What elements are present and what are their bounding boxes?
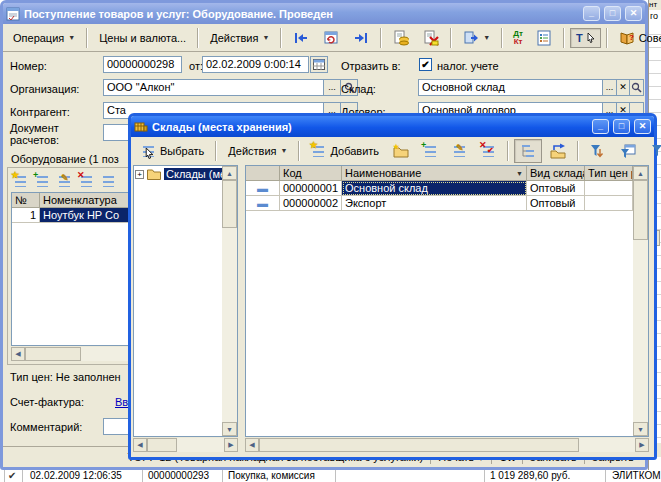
tree-vscrollbar[interactable]: ▲ ▼ (222, 166, 237, 436)
dialog-maximize-button[interactable]: □ (613, 119, 630, 134)
input-by-template-button[interactable]: Т (570, 28, 601, 48)
t-letter: Т (576, 32, 583, 44)
calendar-icon (313, 59, 325, 70)
select-button[interactable]: Выбрать (135, 140, 210, 162)
icon-column-header[interactable] (246, 166, 280, 181)
maximize-button[interactable]: □ (604, 6, 621, 21)
minimize-button[interactable]: _ (583, 6, 600, 21)
code-column-header[interactable]: Код (280, 166, 342, 181)
tab-equipment[interactable]: Оборудование (1 поз (11, 153, 119, 165)
scroll-down-button[interactable]: ▼ (222, 422, 237, 436)
grid-more-button[interactable] (99, 171, 118, 190)
scroll-up-button[interactable]: ▲ (633, 166, 648, 180)
journal-separator (484, 470, 485, 482)
toolbar-separator (380, 28, 382, 48)
prices-currency-button[interactable]: Цены и валюта... (93, 28, 192, 48)
post-document-button[interactable] (387, 26, 415, 50)
move-to-group-button[interactable] (544, 139, 572, 163)
create-on-basis-button[interactable]: ▼ (457, 26, 496, 50)
next-document-button[interactable] (347, 26, 375, 50)
dialog-close-button[interactable]: ✕ (634, 119, 651, 134)
scroll-thumb[interactable] (222, 180, 237, 228)
tree-expand-icon[interactable]: + (135, 170, 144, 179)
scroll-right-button[interactable]: ▶ (224, 438, 238, 452)
dialog-minimize-button[interactable]: _ (592, 119, 609, 134)
advices-button[interactable]: ? Советы (613, 26, 661, 50)
main-titlebar[interactable]: Поступление товаров и услуг: Оборудовани… (3, 3, 645, 24)
unpost-document-button[interactable] (417, 26, 445, 50)
scroll-thumb[interactable] (259, 438, 579, 452)
table-vscrollbar[interactable]: ▲ ▼ (633, 166, 648, 436)
num-column-header[interactable]: № (12, 193, 40, 208)
document-structure-button[interactable] (530, 26, 558, 50)
background-header-fragment: нт (649, 0, 661, 10)
edit-icon: ✎ (452, 144, 467, 158)
kind-column-header[interactable]: Вид склада (527, 166, 585, 181)
hierarchical-view-button[interactable] (514, 139, 542, 163)
organization-select-button[interactable]: ... (323, 79, 341, 96)
main-toolbar: Операция ▼ Цены и валюта... Действия ▼ (3, 24, 645, 52)
scroll-thumb[interactable] (633, 180, 648, 240)
scroll-left-button[interactable]: ◀ (245, 438, 259, 452)
refresh-document-button[interactable] (317, 26, 345, 50)
name-column-header[interactable]: Наименование ▼ (342, 166, 527, 181)
add-button[interactable]: ★ Добавить (305, 140, 385, 162)
toolbar-separator (86, 28, 88, 48)
toolbar-separator (507, 141, 509, 161)
add-icon: ★ (311, 144, 326, 158)
grid-add-button[interactable]: ★ (11, 171, 30, 190)
dialog-actions-button[interactable]: Действия ▼ (222, 141, 293, 161)
svg-text:★: ★ (393, 143, 400, 150)
warehouse-tree-pane: + Склады (ме ▲ ▼ (133, 165, 238, 437)
name-cell: Экспорт (342, 196, 527, 211)
scroll-left-button[interactable]: ◀ (11, 347, 25, 361)
move-to-group-icon (550, 143, 566, 159)
operation-menu-button[interactable]: Операция ▼ (7, 28, 81, 48)
filter-history-button[interactable]: ▼ (644, 139, 661, 163)
warehouse-row[interactable]: ▬ 000000001 Основной склад Оптовый (246, 181, 648, 196)
scroll-left-button[interactable]: ◀ (133, 438, 147, 452)
chevron-down-icon: ▼ (68, 34, 75, 41)
grid-edit-button[interactable]: ✎ (55, 171, 74, 190)
table-hscrollbar[interactable]: ◀ ▶ (245, 438, 649, 452)
tax-accounting-checkbox[interactable]: ✔ (419, 58, 432, 71)
warehouse-input[interactable]: Основной склад (418, 79, 603, 96)
scroll-thumb[interactable] (25, 347, 81, 361)
add-copy-button[interactable]: + (417, 140, 444, 162)
delete-button[interactable]: ✕✔ (475, 140, 502, 162)
reflect-in-label: Отразить в: (341, 60, 401, 72)
number-input[interactable]: 00000000298 (103, 56, 182, 73)
organization-input[interactable]: ООО "Алкон" (103, 79, 324, 96)
grid-delete-button[interactable]: ✕ (77, 171, 96, 190)
tree-hscrollbar[interactable]: ◀ ▶ (133, 438, 238, 452)
edit-row-icon: ✎ (57, 174, 72, 188)
sort-filter-settings-button[interactable] (584, 139, 612, 163)
background-journal-row[interactable]: ✔ 02.02.2009 12:06:35 00000000293 Покупк… (0, 470, 661, 482)
dialog-titlebar[interactable]: Склады (места хранения) _ □ ✕ (131, 116, 654, 137)
scroll-right-button[interactable]: ▶ (635, 438, 649, 452)
warehouse-row[interactable]: ▬ 000000002 Экспорт Оптовый (246, 196, 648, 211)
warehouse-select-button[interactable]: ... (602, 79, 617, 96)
calendar-button[interactable] (310, 56, 328, 73)
warehouse-open-button[interactable] (629, 79, 644, 96)
select-icon (141, 144, 156, 158)
scroll-up-button[interactable]: ▲ (222, 166, 237, 180)
warehouse-clear-button[interactable]: ✕ (616, 79, 630, 96)
price-type-column-header[interactable]: Тип цен рс (585, 166, 633, 181)
scroll-down-button[interactable]: ▼ (633, 422, 648, 436)
toolbar-separator (298, 141, 300, 161)
edit-button[interactable]: ✎ (446, 140, 473, 162)
code-cell: 000000002 (280, 196, 342, 211)
grid-copy-button[interactable]: + (33, 171, 52, 190)
journal-date: 02.02.2009 12:06:35 (30, 470, 122, 482)
scroll-thumb[interactable] (147, 438, 177, 452)
filter-by-value-button[interactable] (614, 139, 642, 163)
show-postings-button[interactable]: Дт Кт (508, 27, 528, 49)
main-window-title: Поступление товаров и услуг: Оборудовани… (24, 8, 579, 20)
date-input[interactable]: 02.02.2009 0:00:14 (202, 56, 309, 73)
previous-document-button[interactable] (287, 26, 315, 50)
actions-menu-button[interactable]: Действия ▼ (204, 28, 275, 48)
close-button[interactable]: ✕ (625, 6, 642, 21)
delete-row-icon: ✕ (79, 174, 94, 188)
add-group-button[interactable]: ★ (387, 139, 415, 163)
